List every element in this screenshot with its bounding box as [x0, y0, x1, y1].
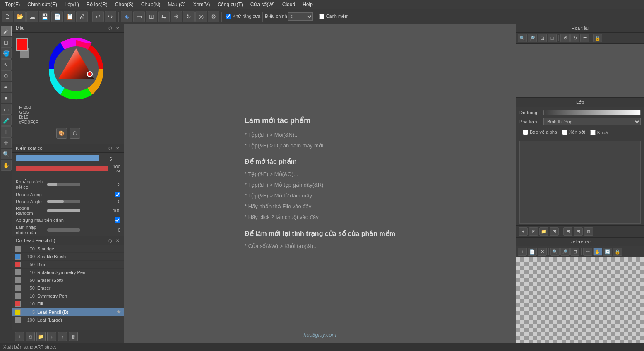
menu-help[interactable]: Help	[299, 1, 316, 8]
thumb-zoom-out[interactable]: 🔍	[518, 34, 527, 42]
menu-chon[interactable]: Chọn(S)	[112, 1, 137, 8]
toolbar-export-btn[interactable]: 📋	[64, 11, 75, 22]
ref-sync-btn[interactable]: 🔄	[603, 248, 612, 256]
brush-item[interactable]: 50Blur	[12, 261, 124, 269]
brush-control-expand-icon[interactable]: ⬡	[107, 145, 113, 151]
brush-list[interactable]: 70Smudge100Sparkle Brush50Blur10Rotation…	[12, 245, 124, 330]
tool-eraser[interactable]: ◻	[1, 37, 12, 48]
opacity-bar[interactable]	[543, 110, 641, 115]
tool-gradient[interactable]: ▼	[1, 93, 12, 103]
thumb-lock[interactable]: 🔒	[593, 34, 602, 42]
toolbar-ref-btn[interactable]: ◎	[195, 11, 207, 22]
toolbar-open-btn[interactable]: 📂	[14, 11, 26, 22]
brush-item[interactable]: 10Rotation Symmetry Pen	[12, 269, 124, 276]
tool-pen[interactable]: ✒	[1, 82, 12, 92]
ref-file-btn[interactable]: 📄	[528, 248, 537, 256]
lock-checkbox[interactable]	[590, 130, 596, 135]
toolbar-saveas-btn[interactable]: 📄	[51, 11, 63, 22]
brush-delete-btn[interactable]: 🗑	[69, 332, 78, 341]
tool-fill[interactable]: 🪣	[1, 48, 12, 59]
adjust-select[interactable]: 0	[288, 12, 313, 21]
layer-arrange-btn[interactable]: ⊟	[574, 227, 583, 236]
antialias-checkbox[interactable]	[226, 14, 231, 19]
color-history-btn[interactable]: ⬡	[70, 128, 80, 139]
brush-item[interactable]: 100Leaf (Large)	[12, 316, 124, 324]
brush-control-close-icon[interactable]: ✕	[115, 145, 120, 151]
toolbar-save-btn[interactable]: 💾	[39, 11, 50, 22]
layer-mask-btn[interactable]: ⊡	[550, 227, 559, 236]
brush-item[interactable]: 10Fill	[12, 300, 124, 308]
toolbar-rect-btn[interactable]: ▭	[133, 11, 145, 22]
tool-transform[interactable]: ✛	[1, 137, 12, 148]
ref-hand-btn[interactable]: ✋	[593, 248, 602, 256]
toolbar-redo-btn[interactable]: ↪	[105, 11, 116, 22]
apply-fg-checkbox[interactable]	[115, 217, 120, 223]
tool-rect-select[interactable]: ▭	[1, 104, 12, 115]
toolbar-cloud-btn[interactable]: ☁	[26, 11, 38, 22]
toolbar-sym-btn[interactable]: ✳	[171, 11, 182, 22]
color-wheel-svg[interactable]	[45, 38, 107, 100]
ref-zoom-out[interactable]: 🔍	[550, 248, 560, 256]
brush-list-expand-icon[interactable]: ⬡	[107, 238, 113, 243]
tool-lasso[interactable]: ⬡	[1, 70, 12, 81]
tool-brush[interactable]: 🖌	[1, 26, 12, 36]
soft-edge-checkbox[interactable]	[319, 14, 324, 19]
blend-mode-select[interactable]: Bình thường	[543, 118, 641, 125]
thumb-fit[interactable]: ⊡	[538, 34, 547, 42]
clip-checkbox[interactable]	[562, 130, 567, 135]
brush-item[interactable]: 5Lead Pencil (B)★	[12, 308, 124, 316]
brush-item[interactable]: 50Eraser (Soft)	[12, 276, 124, 284]
fg-color-swatch[interactable]	[16, 38, 28, 51]
menu-tep[interactable]: Tệp(F)	[2, 1, 23, 8]
color-close-icon[interactable]: ✕	[115, 25, 120, 31]
tool-text[interactable]: T	[1, 126, 12, 137]
brush-item[interactable]: 70Smudge	[12, 245, 124, 253]
brush-list-close-icon[interactable]: ✕	[115, 238, 120, 243]
brush-export-btn[interactable]: ↑	[58, 332, 67, 341]
brush-import-btn[interactable]: ↓	[47, 332, 56, 341]
color-palette-btn[interactable]: 🎨	[56, 128, 67, 139]
menu-xem[interactable]: Xem(V)	[190, 1, 214, 8]
toolbar-rot-btn[interactable]: ↻	[183, 11, 195, 22]
alpha-protect-checkbox[interactable]	[523, 130, 528, 135]
ref-close-btn[interactable]: ✕	[538, 248, 547, 256]
brush-item[interactable]: 10Symmetry Pen	[12, 292, 124, 300]
toolbar-flip-btn[interactable]: ⇆	[158, 11, 170, 22]
color-wheel-container[interactable]	[45, 38, 107, 100]
toolbar-print-btn[interactable]: 🖨	[76, 11, 88, 22]
layer-group-btn[interactable]: 📁	[539, 227, 548, 236]
thumb-100[interactable]: □	[548, 34, 557, 42]
rotate-along-checkbox[interactable]	[115, 192, 120, 197]
ref-draw-btn[interactable]: ✏	[583, 248, 592, 256]
tool-zoom[interactable]: 🔍	[1, 149, 12, 159]
color-expand-icon[interactable]: ⬡	[107, 25, 113, 31]
menu-cuaso[interactable]: Cửa sổ(W)	[247, 1, 278, 8]
toolbar-lasso-btn[interactable]: ◈	[121, 11, 132, 22]
thumb-rotate-ccw[interactable]: ↺	[560, 34, 570, 42]
ref-fit[interactable]: ⊡	[570, 248, 579, 256]
brush-folder-btn[interactable]: 📁	[36, 332, 46, 341]
tool-select[interactable]: ↖	[1, 59, 12, 70]
toolbar-undo-btn[interactable]: ↩	[92, 11, 104, 22]
layer-merge-btn[interactable]: ⊞	[563, 227, 572, 236]
toolbar-new-btn[interactable]: 🗋	[2, 11, 13, 22]
menu-lop[interactable]: Lớp(L)	[61, 1, 82, 8]
ref-add-btn[interactable]: +	[518, 248, 527, 256]
ref-zoom-in[interactable]: 🔎	[560, 248, 570, 256]
menu-congu[interactable]: Công cụ(T)	[214, 1, 246, 8]
layer-copy-btn[interactable]: ⎘	[529, 227, 538, 236]
brush-copy-btn[interactable]: ⎘	[26, 332, 35, 341]
toolbar-gear-btn[interactable]: ⚙	[208, 11, 219, 22]
menu-cloud[interactable]: Cloud	[279, 1, 298, 8]
thumb-zoom-in[interactable]: 🔎	[528, 34, 537, 42]
brush-add-btn[interactable]: +	[15, 332, 24, 341]
layer-new-btn[interactable]: +	[519, 227, 528, 236]
ref-lock-btn[interactable]: 🔒	[613, 248, 622, 256]
menu-mau[interactable]: Màu (C)	[164, 1, 189, 8]
canvas-area[interactable]: Làm mới tác phẩm * Tệp(&F) > Mới(&N)... …	[124, 24, 516, 343]
tool-hand[interactable]: ✋	[1, 160, 12, 171]
menu-chup[interactable]: Chụp(N)	[138, 1, 164, 8]
brush-item[interactable]: 50Eraser	[12, 284, 124, 292]
thumb-flip-h[interactable]: ⇄	[580, 34, 589, 42]
layer-delete-btn[interactable]: 🗑	[584, 227, 593, 236]
